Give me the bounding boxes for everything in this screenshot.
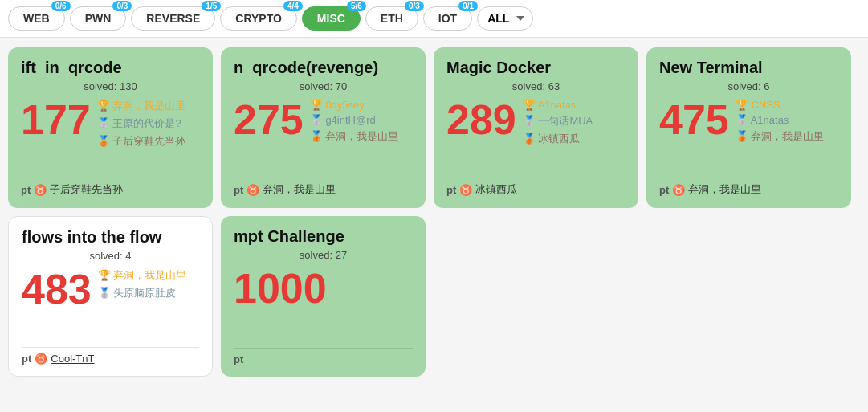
card-footer-user[interactable]: 弃洞，我是山里	[263, 182, 336, 197]
card-solved: solved: 70	[234, 80, 413, 92]
card-solved: solved: 63	[446, 80, 626, 92]
card-user: 🏆 0dy5sey	[310, 99, 413, 111]
taurus-icon: ♉	[459, 184, 472, 196]
card-solved: solved: 27	[234, 249, 413, 261]
card-footer: pt♉Cool-TnT	[22, 347, 199, 365]
card-card1[interactable]: ift_in_qrcodesolved: 130177🏆 弃洞，我是山里🥈 王原…	[8, 47, 213, 208]
card-card2[interactable]: n_qrcode(revenge)solved: 70275🏆 0dy5sey🥈…	[221, 47, 426, 208]
card-points: 289	[446, 99, 516, 141]
nav-item-pwn[interactable]: PWN0/3	[70, 6, 127, 31]
nav-badge-eth: 0/3	[405, 1, 424, 11]
nav-badge-reverse: 1/5	[202, 1, 221, 11]
card-solved: solved: 6	[659, 80, 838, 92]
card-title: Magic Docker	[446, 59, 626, 77]
card-title: n_qrcode(revenge)	[234, 59, 413, 77]
card-points: 475	[659, 99, 729, 141]
card-user: 🥈 头原脑原肚皮	[98, 286, 199, 300]
card-title: flows into the flow	[22, 228, 199, 247]
nav-badge-crypto: 4/4	[283, 1, 303, 11]
card-users: 🏆 0dy5sey🥈 g4intH@rd🥉 弃洞，我是山里	[310, 99, 413, 144]
cards-container: ift_in_qrcodesolved: 130177🏆 弃洞，我是山里🥈 王原…	[0, 38, 868, 386]
card-title: mpt Challenge	[234, 227, 413, 246]
taurus-icon: ♉	[672, 184, 685, 196]
nav-badge-pwn: 0/3	[112, 1, 132, 11]
nav-item-eth[interactable]: ETH0/3	[365, 6, 418, 31]
card-users: 🏆 弃洞，我是山里🥈 头原脑原肚皮	[98, 268, 199, 300]
card-card6[interactable]: mpt Challengesolved: 271000pt	[221, 216, 426, 377]
card-footer-user[interactable]: Cool-TnT	[51, 353, 94, 365]
nav-item-misc[interactable]: MISC5/6	[302, 6, 361, 31]
card-solved: solved: 4	[22, 250, 199, 262]
card-card5[interactable]: flows into the flowsolved: 4483🏆 弃洞，我是山里…	[8, 216, 213, 377]
card-user: 🥈 王原的代价是?	[97, 116, 200, 131]
nav-item-web[interactable]: WEB0/6	[8, 6, 65, 31]
card-user: 🏆 CNSS	[736, 99, 838, 111]
card-user: 🥉 弃洞，我是山里	[736, 129, 838, 144]
card-footer-user[interactable]: 冰镇西瓜	[475, 182, 517, 197]
card-user: 🥉 弃洞，我是山里	[310, 129, 413, 144]
nav-item-reverse[interactable]: REVERSE1/5	[131, 6, 215, 31]
card-user: 🥉 冰镇西瓜	[523, 132, 626, 146]
card-body: 289🏆 A1natas🥈 一句话MUA🥉 冰镇西瓜	[446, 99, 626, 170]
card-title: ift_in_qrcode	[21, 59, 200, 77]
card-footer: pt	[234, 348, 413, 365]
nav-select-all[interactable]: ALL	[477, 6, 533, 31]
nav-badge-iot: 0/1	[458, 1, 478, 11]
card-footer: pt♉子后穿鞋先当孙	[21, 177, 200, 197]
taurus-icon: ♉	[34, 184, 47, 196]
card-points: 177	[21, 99, 91, 141]
card-users: 🏆 CNSS🥈 A1natas🥉 弃洞，我是山里	[736, 99, 838, 144]
taurus-icon: ♉	[35, 353, 47, 365]
card-points: 483	[22, 268, 92, 310]
card-footer-label: pt	[234, 353, 243, 365]
card-body: 1000	[234, 267, 413, 341]
card-footer-user[interactable]: 子后穿鞋先当孙	[50, 182, 123, 197]
card-footer-user[interactable]: 弃洞，我是山里	[688, 182, 761, 197]
card-footer-label: pt	[659, 184, 669, 196]
card-body: 475🏆 CNSS🥈 A1natas🥉 弃洞，我是山里	[659, 99, 838, 170]
card-footer: pt♉弃洞，我是山里	[659, 177, 838, 197]
nav-item-crypto[interactable]: CRYPTO4/4	[220, 6, 297, 31]
card-solved: solved: 130	[21, 80, 200, 92]
card-users: 🏆 A1natas🥈 一句话MUA🥉 冰镇西瓜	[523, 99, 626, 146]
nav-item-iot[interactable]: IOT0/1	[423, 6, 472, 31]
card-title: New Terminal	[659, 59, 838, 77]
nav-badge-misc: 5/6	[347, 1, 366, 11]
card-footer: pt♉冰镇西瓜	[446, 177, 626, 197]
card-user: 🥈 A1natas	[736, 114, 838, 126]
card-card3[interactable]: Magic Dockersolved: 63289🏆 A1natas🥈 一句话M…	[434, 47, 638, 208]
card-footer-label: pt	[22, 353, 31, 365]
card-user: 🥈 一句话MUA	[523, 114, 626, 128]
card-body: 177🏆 弃洞，我是山里🥈 王原的代价是?🥉 子后穿鞋先当孙	[21, 99, 200, 170]
card-user: 🏆 A1natas	[523, 99, 626, 111]
card-body: 275🏆 0dy5sey🥈 g4intH@rd🥉 弃洞，我是山里	[234, 99, 413, 170]
card-user: 🏆 弃洞，我是山里	[98, 268, 199, 283]
nav-bar: WEB0/6PWN0/3REVERSE1/5CRYPTO4/4MISC5/6ET…	[0, 0, 868, 38]
card-points: 275	[234, 99, 304, 141]
card-points: 1000	[234, 267, 327, 309]
card-user: 🏆 弃洞，我是山里	[97, 99, 200, 113]
card-footer-label: pt	[21, 184, 31, 196]
card-user: 🥈 g4intH@rd	[310, 114, 413, 126]
card-users: 🏆 弃洞，我是山里🥈 王原的代价是?🥉 子后穿鞋先当孙	[97, 99, 200, 149]
taurus-icon: ♉	[247, 184, 259, 196]
card-footer: pt♉弃洞，我是山里	[234, 177, 413, 197]
card-user: 🥉 子后穿鞋先当孙	[97, 134, 200, 149]
card-body: 483🏆 弃洞，我是山里🥈 头原脑原肚皮	[22, 268, 199, 341]
nav-badge-web: 0/6	[51, 1, 71, 11]
card-card4[interactable]: New Terminalsolved: 6475🏆 CNSS🥈 A1natas🥉…	[646, 47, 851, 208]
card-footer-label: pt	[446, 184, 456, 196]
card-footer-label: pt	[234, 184, 243, 196]
